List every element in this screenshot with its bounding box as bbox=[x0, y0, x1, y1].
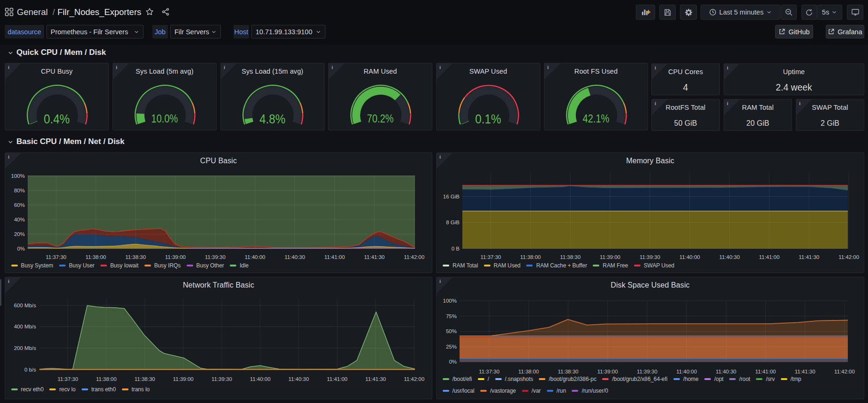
svg-text:40%: 40% bbox=[14, 217, 25, 222]
svg-text:11:41:00: 11:41:00 bbox=[324, 254, 345, 260]
svg-text:11:40:30: 11:40:30 bbox=[288, 376, 309, 382]
svg-text:11:40:00: 11:40:00 bbox=[245, 254, 265, 260]
svg-text:11:39:00: 11:39:00 bbox=[597, 369, 618, 374]
svg-text:11:39:00: 11:39:00 bbox=[600, 254, 620, 260]
svg-text:11:40:00: 11:40:00 bbox=[679, 254, 700, 260]
svg-text:20%: 20% bbox=[14, 231, 25, 237]
svg-text:11:37:30: 11:37:30 bbox=[481, 254, 501, 260]
svg-text:11:42:00: 11:42:00 bbox=[404, 254, 424, 260]
svg-text:11:38:30: 11:38:30 bbox=[560, 254, 581, 260]
svg-text:11:42:00: 11:42:00 bbox=[404, 376, 424, 382]
svg-text:11:38:00: 11:38:00 bbox=[520, 254, 541, 260]
svg-text:11:38:00: 11:38:00 bbox=[518, 369, 539, 374]
svg-text:60%: 60% bbox=[14, 202, 25, 208]
svg-text:11:40:30: 11:40:30 bbox=[716, 369, 736, 374]
svg-text:11:40:30: 11:40:30 bbox=[719, 254, 740, 260]
svg-text:11:37:30: 11:37:30 bbox=[479, 369, 499, 374]
svg-text:11:38:00: 11:38:00 bbox=[96, 376, 117, 382]
svg-text:0 b/s: 0 b/s bbox=[24, 367, 36, 373]
svg-text:11:42:00: 11:42:00 bbox=[838, 254, 859, 260]
svg-text:11:41:00: 11:41:00 bbox=[327, 376, 347, 382]
svg-text:0%: 0% bbox=[17, 246, 25, 251]
svg-text:400 Mb/s: 400 Mb/s bbox=[14, 324, 37, 329]
svg-text:75%: 75% bbox=[446, 313, 457, 319]
svg-text:80%: 80% bbox=[14, 188, 25, 193]
svg-text:11:42:00: 11:42:00 bbox=[834, 369, 855, 374]
svg-text:11:39:30: 11:39:30 bbox=[637, 369, 657, 374]
svg-text:11:41:30: 11:41:30 bbox=[795, 369, 815, 374]
svg-text:11:39:30: 11:39:30 bbox=[640, 254, 660, 260]
svg-text:11:38:30: 11:38:30 bbox=[558, 369, 579, 374]
svg-text:11:37:30: 11:37:30 bbox=[58, 376, 78, 382]
svg-text:16 GiB: 16 GiB bbox=[443, 194, 460, 199]
svg-text:25%: 25% bbox=[446, 344, 457, 350]
svg-text:11:39:30: 11:39:30 bbox=[211, 376, 232, 382]
svg-text:200 Mb/s: 200 Mb/s bbox=[14, 345, 37, 351]
svg-text:11:41:00: 11:41:00 bbox=[755, 369, 776, 374]
svg-text:11:37:30: 11:37:30 bbox=[46, 254, 67, 260]
svg-text:0%: 0% bbox=[449, 359, 457, 365]
svg-text:11:38:00: 11:38:00 bbox=[85, 254, 106, 260]
svg-text:11:41:30: 11:41:30 bbox=[365, 376, 386, 382]
svg-text:100%: 100% bbox=[11, 173, 25, 179]
svg-text:11:38:30: 11:38:30 bbox=[135, 376, 155, 382]
svg-text:0 B: 0 B bbox=[452, 246, 460, 251]
svg-text:11:38:30: 11:38:30 bbox=[125, 254, 146, 260]
svg-text:11:39:00: 11:39:00 bbox=[173, 376, 194, 382]
svg-text:11:40:00: 11:40:00 bbox=[676, 369, 697, 374]
svg-text:11:41:00: 11:41:00 bbox=[759, 254, 779, 260]
svg-text:11:41:30: 11:41:30 bbox=[799, 254, 819, 260]
svg-text:600 Mb/s: 600 Mb/s bbox=[14, 303, 37, 308]
svg-text:11:40:00: 11:40:00 bbox=[250, 376, 271, 382]
svg-text:11:41:30: 11:41:30 bbox=[364, 254, 385, 260]
svg-text:50%: 50% bbox=[446, 328, 457, 334]
svg-text:8 GiB: 8 GiB bbox=[446, 220, 460, 225]
svg-text:11:40:30: 11:40:30 bbox=[285, 254, 305, 260]
svg-text:11:39:30: 11:39:30 bbox=[205, 254, 226, 260]
svg-text:11:39:00: 11:39:00 bbox=[165, 254, 186, 260]
svg-text:100%: 100% bbox=[443, 298, 457, 304]
